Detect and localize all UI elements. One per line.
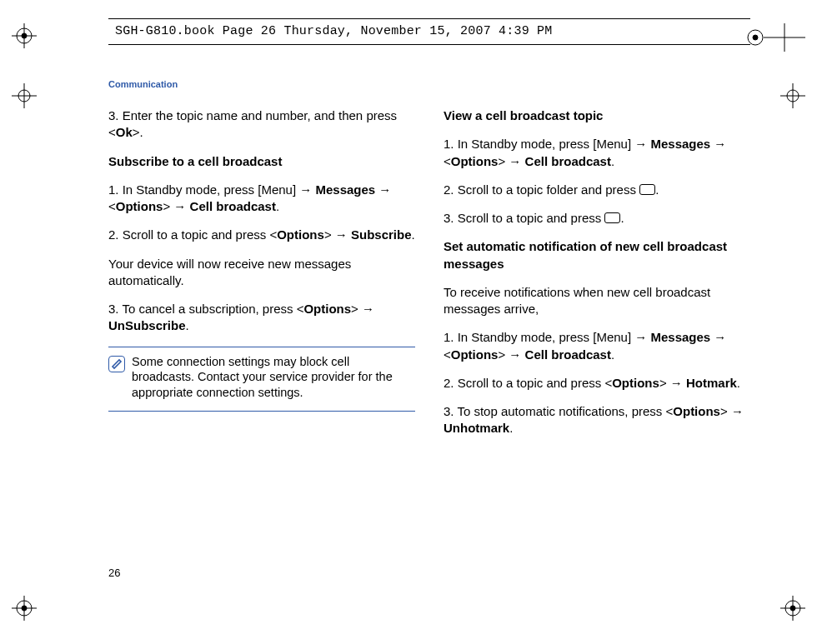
left-column: 3. Enter the topic name and number, and … xyxy=(108,107,415,449)
auto-step-2: 2. Scroll to a topic and press <Options>… xyxy=(444,375,750,392)
note-icon xyxy=(108,356,125,372)
crop-mark-icon xyxy=(747,23,805,52)
page-body: Communication 3. Enter the topic name an… xyxy=(108,79,750,594)
ok-key-icon xyxy=(639,184,655,195)
crop-mark-icon xyxy=(12,83,37,108)
heading-auto: Set automatic notification of new cell b… xyxy=(444,238,750,272)
subscribe-step-1: 1. In Standby mode, press [Menu] → Messa… xyxy=(108,182,415,216)
crop-mark-icon xyxy=(780,83,805,108)
section-label: Communication xyxy=(108,79,750,89)
page-number: 26 xyxy=(108,567,120,579)
right-column: View a cell broadcast topic 1. In Standb… xyxy=(444,107,750,449)
auto-step-1: 1. In Standby mode, press [Menu] → Messa… xyxy=(444,329,750,363)
step-3-intro: 3. Enter the topic name and number, and … xyxy=(108,107,415,142)
doc-meta-header: SGH-G810.book Page 26 Thursday, November… xyxy=(108,18,750,45)
view-step-2: 2. Scroll to a topic folder and press . xyxy=(444,182,750,198)
note-rule-top xyxy=(108,347,415,347)
note-block: Some connection settings may block cell … xyxy=(108,351,415,407)
crop-mark-icon xyxy=(12,23,37,48)
auto-intro: To receive notifications when new cell b… xyxy=(444,284,750,318)
heading-subscribe: Subscribe to a cell broadcast xyxy=(108,153,415,170)
note-text: Some connection settings may block cell … xyxy=(132,354,415,402)
crop-mark-icon xyxy=(12,596,37,621)
heading-view: View a cell broadcast topic xyxy=(444,107,750,124)
auto-step-3: 3. To stop automatic notifications, pres… xyxy=(444,403,750,437)
subscribe-step-2-body: Your device will now receive new message… xyxy=(108,256,415,290)
subscribe-step-2: 2. Scroll to a topic and press <Options>… xyxy=(108,227,415,243)
ok-key-icon xyxy=(604,212,620,223)
crop-mark-icon xyxy=(780,596,805,621)
subscribe-step-3: 3. To cancel a subscription, press <Opti… xyxy=(108,301,415,335)
note-rule-bottom xyxy=(108,411,415,412)
svg-point-7 xyxy=(753,35,758,40)
view-step-1: 1. In Standby mode, press [Menu] → Messa… xyxy=(444,136,750,170)
view-step-3: 3. Scroll to a topic and press . xyxy=(444,210,750,227)
